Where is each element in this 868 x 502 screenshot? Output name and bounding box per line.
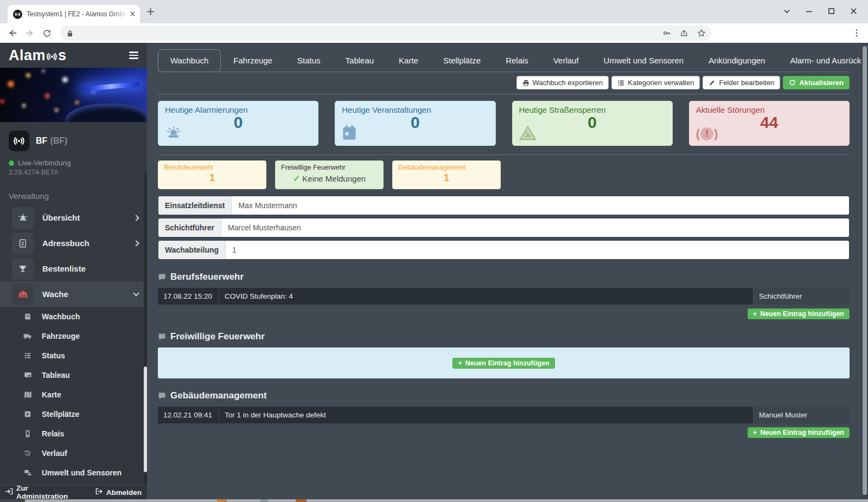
connection-status: Live-Verbindung <box>0 155 147 167</box>
entry-text: Tor 1 in der Hauptwache defekt <box>219 407 753 423</box>
add-entry-button-berufsfeuerwehr[interactable]: + Neuen Eintrag hinzufügen <box>748 308 850 319</box>
wachbuch-entry-row[interactable]: 12.02.21 09:41 Tor 1 in der Hauptwache d… <box>158 407 850 423</box>
plus-icon: + <box>458 359 462 367</box>
page-scrollbar[interactable] <box>861 43 868 499</box>
sidebar-item-bestenliste[interactable]: Bestenliste <box>0 256 147 281</box>
sidebar-subitem-umwelt[interactable]: Umwelt und Sensoren <box>0 463 147 482</box>
alert-icon: (!) <box>696 127 718 141</box>
trophy-icon <box>12 258 34 280</box>
category-card-berufsfeuerwehr: Berufsfeuerwehr 1 <box>158 160 266 189</box>
tab-fahrzeuge[interactable]: Fahrzeuge <box>221 49 285 72</box>
tab-ankuendigungen[interactable]: Ankündigungen <box>696 49 777 72</box>
sidebar-toggle-icon[interactable] <box>129 52 138 59</box>
share-icon[interactable] <box>680 29 688 37</box>
tab-wachbuch[interactable]: Wachbuch <box>158 49 221 72</box>
edit-fields-button[interactable]: Felder bearbeiten <box>703 76 780 89</box>
chevron-right-icon <box>133 240 139 246</box>
stat-cards: Heutige Alarmierungen 0 Heutige Veransta… <box>158 94 850 155</box>
entry-author: Schichtführer <box>753 288 850 305</box>
map-icon <box>23 391 33 398</box>
address-bar[interactable] <box>60 25 711 41</box>
section-title-gebaeudemanagement: Gebäudemanagement <box>158 390 850 401</box>
add-entry-button-gebaeudemanagement[interactable]: + Neuen Eintrag hinzufügen <box>748 427 850 438</box>
logout-link[interactable]: Abmelden <box>95 488 142 497</box>
schichtfuehrer-input[interactable] <box>221 218 849 237</box>
einsatzleitdienst-input[interactable] <box>232 196 849 215</box>
pen-icon <box>709 79 716 86</box>
tab-alarm-und-ausrueckeordnung[interactable]: Alarm- und Ausrückeordnung <box>777 49 861 72</box>
stat-value: 0 <box>165 113 311 132</box>
star-icon[interactable] <box>697 29 706 37</box>
comment-icon <box>158 392 166 400</box>
lock-icon[interactable] <box>67 30 73 37</box>
sidebar: Alam s <box>0 43 147 499</box>
maximize-icon[interactable] <box>828 8 835 15</box>
sidebar-subitem-karte[interactable]: Karte <box>0 385 147 404</box>
refresh-button[interactable]: Aktualisieren <box>783 76 850 89</box>
browser-tab-strip: Testsystem1 | FE2 - Alamos GmbH <box>0 0 868 23</box>
tab-stellplaetze[interactable]: Stellplätze <box>431 49 493 72</box>
stat-card-veranstaltungen: Heutige Veranstaltungen 0 <box>335 101 495 146</box>
empty-entries-panel: + Neuen Eintrag hinzufügen <box>158 347 850 378</box>
forward-icon[interactable] <box>25 28 35 38</box>
window-dropdown-icon[interactable] <box>783 8 790 15</box>
station-suffix: (BF) <box>50 136 67 146</box>
duty-fields: Einsatzleitdienst Schichtführer Wachabte… <box>158 189 850 260</box>
sign-in-icon <box>5 488 13 497</box>
add-entry-button-freiwillige-feuerwehr[interactable]: + Neuen Eintrag hinzufügen <box>452 358 554 369</box>
browser-tab[interactable]: Testsystem1 | FE2 - Alamos GmbH <box>8 5 140 23</box>
sidebar-subitem-fahrzeuge[interactable]: Fahrzeuge <box>0 326 147 346</box>
plus-icon: + <box>753 429 757 436</box>
tab-status[interactable]: Status <box>285 49 333 72</box>
nav-tabs: Wachbuch Fahrzeuge Status Tableau Karte … <box>158 49 850 72</box>
sidebar-subitem-tableau[interactable]: Tableau <box>0 365 147 385</box>
stat-card-stoerungen: Aktuelle Störungen 44 (!) <box>689 101 850 146</box>
field-wachabteilung: Wachabteilung <box>158 240 850 260</box>
manage-categories-button[interactable]: Kategorien verwalten <box>611 76 700 89</box>
sidebar-subitem-stellplaetze[interactable]: P Stellplätze <box>0 404 147 424</box>
svg-text:P: P <box>26 412 29 417</box>
reload-icon[interactable] <box>42 29 52 38</box>
stat-card-strassensperren: Heutige Straßensperren 0 <box>512 101 673 146</box>
admin-link[interactable]: Zur Administration <box>5 484 73 499</box>
chevron-right-icon <box>133 215 139 221</box>
roadworks-icon <box>519 125 537 141</box>
sidebar-item-adressbuch[interactable]: Adressbuch <box>0 230 147 256</box>
sidebar-subitem-status[interactable]: Status <box>0 346 147 365</box>
field-schichtfuehrer: Schichtführer <box>158 218 850 237</box>
sidebar-subitem-wachbuch[interactable]: Wachbuch <box>0 307 147 326</box>
category-card-gebaeudemanagement: Gebäudemanagement 1 <box>392 160 501 189</box>
wachabteilung-input[interactable] <box>226 241 849 259</box>
export-wachbuch-button[interactable]: Wachbuch exportieren <box>516 76 609 89</box>
tab-karte[interactable]: Karte <box>386 49 431 72</box>
siren-icon <box>165 125 182 141</box>
status-list-icon <box>23 352 33 359</box>
tab-tableau[interactable]: Tableau <box>333 49 387 72</box>
menu-dots-icon[interactable] <box>853 29 860 37</box>
stat-value: 0 <box>342 113 488 132</box>
entry-date: 17.08.22 15:20 <box>158 288 219 305</box>
section-title-freiwillige-feuerwehr: Freiwillige Feuerwehr <box>158 331 850 342</box>
refresh-icon <box>789 79 796 86</box>
key-icon[interactable] <box>662 29 671 37</box>
broadcast-icon <box>46 51 58 62</box>
tab-close-icon[interactable] <box>130 9 136 19</box>
category-cards: Berufsfeuerwehr 1 Freiwillige Feuerwehr … <box>158 155 850 189</box>
tab-relais[interactable]: Relais <box>493 49 541 72</box>
back-icon[interactable] <box>8 28 17 38</box>
chevron-down-icon <box>133 290 139 296</box>
close-icon[interactable] <box>850 8 857 15</box>
sidebar-item-wache[interactable]: Wache <box>0 281 147 307</box>
wachbuch-entry-row[interactable]: 17.08.22 15:20 COVID Stufenplan: 4 Schic… <box>158 288 850 305</box>
entry-text: COVID Stufenplan: 4 <box>219 288 753 305</box>
action-bar: Wachbuch exportieren Kategorien verwalte… <box>158 72 850 94</box>
new-tab-button[interactable] <box>146 8 155 18</box>
sidebar-scrollbar[interactable] <box>144 173 147 485</box>
sidebar-item-uebersicht[interactable]: Übersicht <box>0 205 147 230</box>
sidebar-item-label: Wache <box>42 289 68 299</box>
sidebar-subitem-relais[interactable]: Relais <box>0 424 147 443</box>
tab-umwelt-und-sensoren[interactable]: Umwelt und Sensoren <box>591 49 697 72</box>
sidebar-subitem-verlauf[interactable]: Verlauf <box>0 443 147 463</box>
tab-verlauf[interactable]: Verlauf <box>541 49 591 72</box>
minimize-icon[interactable] <box>806 8 813 15</box>
